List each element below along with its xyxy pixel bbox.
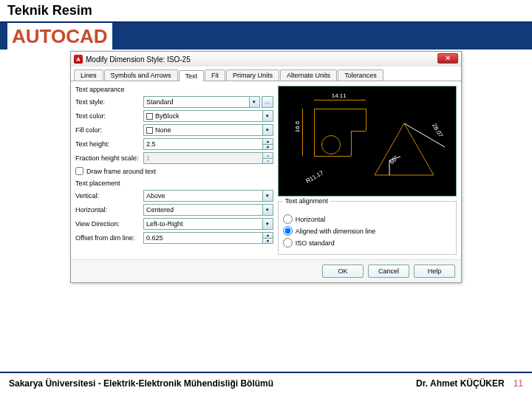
tab-tolerances[interactable]: Tolerances: [338, 69, 383, 81]
title-band: AUTOCAD: [0, 23, 532, 50]
text-alignment-legend: Text alignment: [283, 197, 330, 205]
dialog-button-row: OK Cancel Help: [71, 259, 461, 282]
course-title: Teknik Resim: [7, 3, 525, 18]
radio-horizontal[interactable]: Horizontal: [283, 214, 451, 224]
text-height-spinner[interactable]: 2.5 ▴▾: [143, 138, 273, 150]
slide-header: Teknik Resim: [0, 0, 532, 23]
tab-text[interactable]: Text: [179, 70, 205, 81]
horizontal-label: Horizontal:: [75, 206, 143, 214]
tab-alternate-units[interactable]: Alternate Units: [280, 69, 337, 81]
text-style-dropdown[interactable]: Standard ▾: [143, 96, 260, 108]
tab-fit[interactable]: Fit: [205, 69, 225, 81]
dimension-preview: 14.11 16.6 R11.17: [278, 86, 457, 197]
spin-up-icon: ▴: [262, 153, 273, 159]
vertical-label: Vertical:: [75, 192, 143, 200]
svg-marker-0: [375, 123, 434, 175]
view-direction-label: View Direction:: [75, 220, 143, 228]
section-text-placement: Text placement: [75, 180, 273, 187]
section-text-appearance: Text appearance: [75, 86, 273, 93]
draw-frame-checkbox[interactable]: Draw frame around text: [75, 167, 273, 175]
topic-title: AUTOCAD: [7, 23, 112, 50]
chevron-down-icon: ▾: [262, 205, 273, 215]
vertical-dropdown[interactable]: Above ▾: [143, 190, 273, 202]
view-direction-dropdown[interactable]: Left-to-Right ▾: [143, 218, 273, 230]
chevron-down-icon: ▾: [262, 111, 273, 121]
spin-down-icon: ▾: [262, 159, 273, 164]
tab-lines[interactable]: Lines: [74, 69, 103, 81]
tab-symbols-arrows[interactable]: Symbols and Arrows: [104, 69, 178, 81]
dialog-title: Modify Dimension Style: ISO-25: [86, 55, 458, 64]
dialog-body: Text appearance Text style: Standard ▾ ……: [71, 81, 461, 259]
dialog-titlebar[interactable]: A Modify Dimension Style: ISO-25 ✕: [71, 52, 461, 66]
spin-down-icon[interactable]: ▾: [262, 239, 273, 244]
right-column: 14.11 16.6 R11.17: [278, 86, 457, 255]
page-number: 11: [514, 378, 523, 389]
row-vertical: Vertical: Above ▾: [75, 190, 273, 202]
offset-label: Offset from dim line:: [75, 234, 143, 242]
spin-up-icon[interactable]: ▴: [262, 139, 273, 145]
chevron-down-icon: ▾: [249, 97, 259, 107]
chevron-down-icon: ▾: [262, 191, 273, 201]
row-view-direction: View Direction: Left-to-Right ▾: [75, 218, 273, 230]
color-swatch-icon: [146, 113, 153, 120]
slide-canvas: A Modify Dimension Style: ISO-25 ✕ Lines…: [0, 50, 532, 372]
chevron-down-icon: ▾: [262, 219, 273, 229]
text-color-dropdown[interactable]: ByBlock ▾: [143, 110, 273, 122]
fraction-height-label: Fraction height scale:: [75, 154, 143, 162]
row-text-style: Text style: Standard ▾ …: [75, 96, 273, 108]
fraction-height-spinner: 1 ▴▾: [143, 152, 273, 164]
checkbox-icon[interactable]: [75, 167, 83, 175]
cancel-button[interactable]: Cancel: [368, 265, 409, 278]
text-style-label: Text style:: [75, 98, 143, 106]
fill-color-dropdown[interactable]: None ▾: [143, 124, 273, 136]
ok-button[interactable]: OK: [322, 265, 364, 278]
spin-up-icon[interactable]: ▴: [262, 233, 273, 239]
text-style-browse-button[interactable]: …: [262, 96, 273, 108]
tab-primary-units[interactable]: Primary Units: [226, 69, 279, 81]
text-color-label: Text color:: [75, 112, 143, 120]
tab-strip: Lines Symbols and Arrows Text Fit Primar…: [71, 66, 461, 81]
footer-left: Sakarya Üniversitesi - Elektrik-Elektron…: [9, 378, 416, 389]
help-button[interactable]: Help: [414, 265, 455, 278]
row-fill-color: Fill color: None ▾: [75, 124, 273, 136]
slide-footer: Sakarya Üniversitesi - Elektrik-Elektron…: [0, 372, 532, 394]
row-fraction-height: Fraction height scale: 1 ▴▾: [75, 152, 273, 164]
spin-down-icon[interactable]: ▾: [262, 145, 273, 150]
fill-color-label: Fill color:: [75, 126, 143, 134]
footer-right: Dr. Ahmet KÜÇÜKER: [416, 378, 505, 389]
horizontal-dropdown[interactable]: Centered ▾: [143, 204, 273, 216]
chevron-down-icon: ▾: [262, 125, 273, 135]
row-text-color: Text color: ByBlock ▾: [75, 110, 273, 122]
close-button[interactable]: ✕: [437, 53, 458, 64]
radio-iso[interactable]: ISO standard: [283, 238, 451, 248]
app-icon: A: [74, 55, 83, 64]
color-swatch-icon: [146, 127, 153, 134]
row-text-height: Text height: 2.5 ▴▾: [75, 138, 273, 150]
offset-spinner[interactable]: 0.625 ▴▾: [143, 232, 273, 244]
row-offset: Offset from dim line: 0.625 ▴▾: [75, 232, 273, 244]
dimension-style-dialog: A Modify Dimension Style: ISO-25 ✕ Lines…: [70, 51, 462, 283]
radio-aligned[interactable]: Aligned with dimension line: [283, 226, 451, 236]
text-height-label: Text height:: [75, 140, 143, 148]
row-horizontal: Horizontal: Centered ▾: [75, 204, 273, 216]
left-column: Text appearance Text style: Standard ▾ ……: [75, 86, 273, 255]
text-alignment-group: Text alignment Horizontal Aligned with d…: [278, 201, 457, 255]
